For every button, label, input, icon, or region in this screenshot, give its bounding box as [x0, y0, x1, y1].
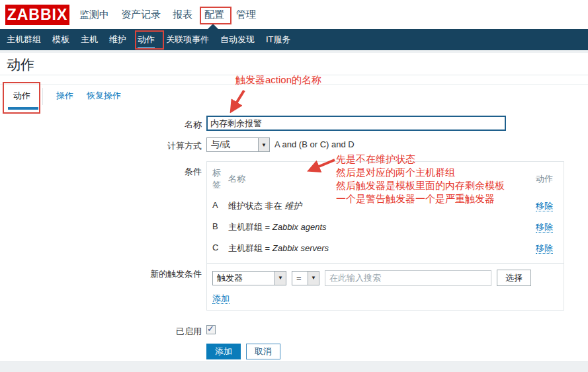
- top-header: ZABBIX 监测中 资产记录 报表 配置 管理: [0, 0, 588, 29]
- nav-administration[interactable]: 管理: [236, 9, 256, 21]
- calculation-label: 计算方式: [0, 137, 202, 152]
- col-tag: 标签: [207, 165, 228, 196]
- subnav-hosts[interactable]: 主机: [81, 29, 98, 50]
- condition-row-a: A 维护状态 非在 维护 移除: [207, 196, 564, 217]
- tab-operations[interactable]: 操作: [56, 90, 73, 103]
- divider: [0, 75, 588, 75]
- page-title: 动作: [7, 56, 34, 74]
- nav-configuration[interactable]: 配置: [204, 9, 224, 21]
- select-button[interactable]: 选择: [497, 270, 531, 286]
- remove-condition-a-link[interactable]: 移除: [536, 201, 553, 211]
- calculation-select[interactable]: 与/或 ▼: [206, 137, 270, 152]
- chevron-down-icon: ▼: [258, 138, 269, 151]
- add-condition-link[interactable]: 添加: [212, 293, 230, 304]
- conditions-label: 条件: [0, 161, 202, 178]
- enabled-label: 已启用: [0, 324, 202, 338]
- condition-search-input[interactable]: [325, 270, 491, 286]
- condition-type-select[interactable]: 触发器 ▼: [212, 271, 286, 285]
- col-name: 名称: [228, 165, 529, 196]
- condition-row-b: B 主机群组 = Zabbix agents 移除: [207, 217, 564, 239]
- active-menu-caret-icon: [208, 24, 218, 29]
- form-row-enabled: 已启用 ✓: [0, 324, 216, 338]
- cancel-button[interactable]: 取消: [246, 344, 280, 359]
- conditions-header-row: 标签 名称 动作: [207, 165, 564, 196]
- check-icon: ✓: [207, 324, 214, 334]
- enabled-checkbox[interactable]: ✓: [206, 325, 216, 334]
- nav-shadow: [0, 50, 588, 53]
- subnav-it-services[interactable]: IT服务: [266, 29, 291, 50]
- footer-strip: [0, 361, 588, 372]
- new-condition-label: 新的触发条件: [0, 263, 202, 280]
- sub-nav: 主机群组 模板 主机 维护 动作 关联项事件 自动发现 IT服务: [0, 29, 588, 50]
- operator-select[interactable]: = ▼: [292, 271, 319, 285]
- tab-separator: [42, 88, 43, 105]
- tabbar: 动作 操作 恢复操作: [0, 85, 588, 108]
- subnav-maintenance[interactable]: 维护: [109, 29, 126, 50]
- form-row-calculation: 计算方式 与/或 ▼ A and (B or C) and D: [0, 137, 355, 152]
- tab-action[interactable]: 动作: [13, 90, 30, 103]
- remove-condition-b-link[interactable]: 移除: [536, 222, 553, 233]
- name-label: 名称: [0, 116, 202, 131]
- nav-reports[interactable]: 报表: [173, 9, 192, 21]
- zabbix-action-config-screen: ZABBIX 监测中 资产记录 报表 配置 管理 主机群组 模板 主机 维护 动…: [0, 0, 588, 372]
- chevron-down-icon: ▼: [274, 272, 286, 285]
- nav-inventory[interactable]: 资产记录: [121, 9, 161, 21]
- zabbix-logo[interactable]: ZABBIX: [5, 5, 69, 25]
- subnav-actions[interactable]: 动作: [138, 29, 155, 50]
- col-action: 动作: [529, 165, 564, 196]
- calculation-formula: A and (B or C) and D: [274, 137, 355, 152]
- subnav-discovery[interactable]: 自动发现: [220, 29, 255, 50]
- form-buttons-row: 添加 取消: [206, 344, 280, 359]
- remove-condition-c-link[interactable]: 移除: [536, 243, 553, 254]
- chevron-down-icon: ▼: [308, 272, 319, 285]
- add-button[interactable]: 添加: [206, 344, 241, 359]
- new-condition-box: 触发器 ▼ = ▼ 选择 添加: [206, 263, 564, 311]
- top-nav: 监测中 资产记录 报表 配置 管理: [79, 0, 268, 29]
- subnav-host-groups[interactable]: 主机群组: [7, 29, 41, 50]
- subnav-event-correlation[interactable]: 关联项事件: [166, 29, 209, 50]
- condition-row-c: C 主机群组 = Zabbix servers 移除: [207, 239, 564, 260]
- subnav-templates[interactable]: 模板: [52, 29, 69, 50]
- tab-recovery-operations[interactable]: 恢复操作: [87, 90, 121, 103]
- nav-monitoring[interactable]: 监测中: [79, 9, 109, 21]
- form-row-new-condition: 新的触发条件 触发器 ▼ = ▼ 选择 添加: [0, 263, 564, 311]
- name-input[interactable]: [206, 116, 506, 131]
- form-row-name: 名称: [0, 116, 506, 131]
